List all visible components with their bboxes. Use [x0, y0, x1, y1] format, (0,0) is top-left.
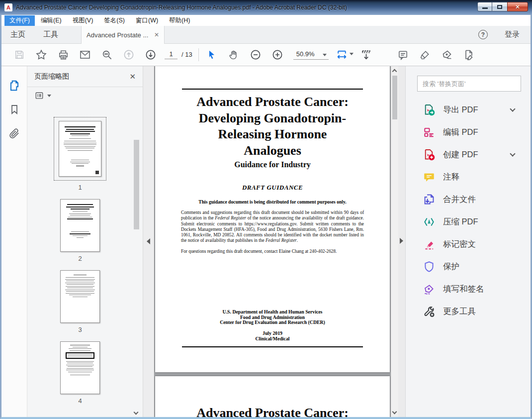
document-scrollbar[interactable] — [391, 66, 398, 417]
email-button[interactable] — [74, 46, 96, 64]
tool-comment[interactable]: 注释 — [406, 166, 531, 188]
tab-tools[interactable]: 工具 — [34, 26, 67, 43]
zoom-level-value: 50.9% — [296, 50, 315, 58]
thumbnails-options-button[interactable] — [27, 87, 143, 104]
bookmarks-panel-button[interactable] — [6, 101, 23, 118]
menu-view[interactable]: 视图(V) — [68, 15, 98, 26]
thumbnail-image-2 — [60, 199, 100, 252]
scrolling-mode-button[interactable] — [355, 46, 377, 64]
tool-fill-sign[interactable]: 填写和签名 — [406, 278, 531, 300]
tab-bar-right: ? 登录 — [478, 26, 531, 43]
thumbnails-scrollbar-thumb[interactable] — [134, 140, 139, 229]
distribution-note: This guidance document is being distribu… — [155, 199, 390, 205]
print-button[interactable] — [52, 46, 74, 64]
previous-page-button[interactable] — [118, 46, 140, 64]
paperclip-icon — [8, 127, 20, 139]
thumbnail-page-2[interactable] — [60, 199, 100, 252]
tool-protect[interactable]: 保护 — [406, 255, 531, 278]
thumbnail-list: 1 — [27, 109, 133, 417]
doc-title-line-1: Advanced Prostate Cancer: — [155, 94, 390, 110]
fit-width-button[interactable] — [334, 46, 355, 64]
select-tool-button[interactable] — [201, 46, 223, 64]
menu-help[interactable]: 帮助(H) — [164, 15, 195, 26]
org-line-1: U.S. Department of Health and Human Serv… — [155, 310, 390, 315]
thumbnail-page-1[interactable] — [54, 117, 106, 181]
tab-close-icon[interactable]: ✕ — [154, 31, 159, 38]
attachments-panel-button[interactable] — [6, 125, 23, 142]
hand-tool-button[interactable] — [223, 46, 245, 64]
close-button[interactable]: ✕ — [507, 2, 528, 11]
comment-tool-button[interactable] — [392, 46, 414, 64]
envelope-icon — [79, 49, 91, 61]
doc-title-line-4: Analogues — [155, 143, 390, 159]
thumbnails-scroll-down-icon[interactable] — [134, 410, 139, 415]
minimize-icon — [482, 7, 488, 9]
search-button[interactable] — [96, 46, 118, 64]
thumbnails-scrollbar[interactable] — [133, 112, 140, 415]
contact-line: For questions regarding this draft docum… — [181, 249, 364, 254]
document-scrollbar-thumb[interactable] — [392, 76, 397, 119]
more-tools-wrench-icon — [422, 305, 436, 318]
collapse-left-panel-arrow[interactable] — [147, 238, 150, 244]
protect-shield-icon — [422, 260, 436, 273]
thumbnail-page-4[interactable] — [60, 341, 100, 394]
toolbar-separator — [198, 48, 199, 61]
search-magnifier-icon — [101, 49, 113, 61]
zoom-out-icon — [250, 49, 262, 61]
tool-edit-pdf[interactable]: 编辑 PDF — [406, 121, 531, 143]
maximize-button[interactable] — [492, 2, 507, 11]
help-icon[interactable]: ? — [478, 30, 488, 39]
save-button[interactable] — [8, 46, 30, 64]
tool-compress-pdf[interactable]: 压缩 PDF — [406, 210, 531, 233]
document-view[interactable]: Advanced Prostate Cancer: Developing Gon… — [154, 66, 391, 417]
tool-create-pdf[interactable]: 创建 PDF — [406, 143, 531, 166]
fill-sign-tool-button[interactable] — [436, 46, 458, 64]
next-page-button[interactable] — [140, 46, 162, 64]
comments-paragraph: Comments and suggestions regarding this … — [181, 210, 364, 244]
scroll-down-icon[interactable] — [392, 410, 397, 415]
close-icon: ✕ — [515, 3, 520, 10]
favorites-button[interactable] — [30, 46, 52, 64]
tool-label: 填写和签名 — [443, 284, 484, 295]
doc-title-line-3: Releasing Hormone — [155, 126, 390, 143]
tools-search-input[interactable] — [417, 76, 521, 92]
zoom-in-icon — [271, 49, 283, 61]
zoom-out-button[interactable] — [245, 46, 266, 64]
minimize-button[interactable] — [477, 2, 492, 11]
tool-combine-files[interactable]: 合并文件 — [406, 188, 531, 210]
tool-label: 编辑 PDF — [443, 127, 478, 138]
collapse-right-panel-arrow[interactable] — [400, 238, 403, 244]
tool-label: 更多工具 — [443, 306, 476, 317]
tool-export-pdf[interactable]: 导出 PDF — [406, 99, 531, 121]
panel-close-icon[interactable]: ✕ — [129, 72, 136, 81]
page-up-icon — [123, 49, 135, 61]
left-panel-gutter — [143, 66, 154, 417]
tool-label: 创建 PDF — [443, 149, 478, 160]
menu-sign[interactable]: 签名(S) — [99, 15, 130, 26]
zoom-level-control[interactable]: 50.9% — [293, 50, 329, 60]
tool-more-tools[interactable]: 更多工具 — [406, 300, 531, 322]
menu-file[interactable]: 文件(F) — [4, 15, 35, 26]
scroll-up-icon[interactable] — [392, 69, 397, 74]
page-thumbnails-panel-button[interactable] — [6, 77, 23, 94]
save-icon — [14, 49, 25, 60]
thumbnail-number-3: 3 — [78, 326, 82, 333]
stamp-tool-button[interactable] — [458, 46, 480, 64]
window-title: Advanced Prostate Cancer Developing Gona… — [16, 4, 347, 11]
thumbnails-panel-header: 页面缩略图 ✕ — [27, 66, 143, 87]
doc-subtitle: Guidance for Industry — [155, 160, 390, 169]
thumbnail-page-3[interactable] — [60, 270, 100, 323]
page-number-input[interactable] — [165, 50, 177, 59]
sign-in-button[interactable]: 登录 — [505, 30, 520, 39]
tab-document-label: Advanced Prostate ... — [87, 31, 151, 39]
tab-document[interactable]: Advanced Prostate ... ✕ — [81, 26, 165, 44]
zoom-in-button[interactable] — [266, 46, 288, 64]
menu-edit[interactable]: 编辑(E) — [36, 15, 67, 26]
highlight-tool-button[interactable] — [414, 46, 436, 64]
menu-window[interactable]: 窗口(W) — [131, 15, 163, 26]
tool-redact[interactable]: 标记密文 — [406, 233, 531, 255]
comment-bubble-icon — [397, 49, 409, 61]
tab-home[interactable]: 主页 — [1, 26, 34, 43]
edit-pdf-icon — [422, 125, 436, 139]
redact-icon — [422, 237, 436, 251]
